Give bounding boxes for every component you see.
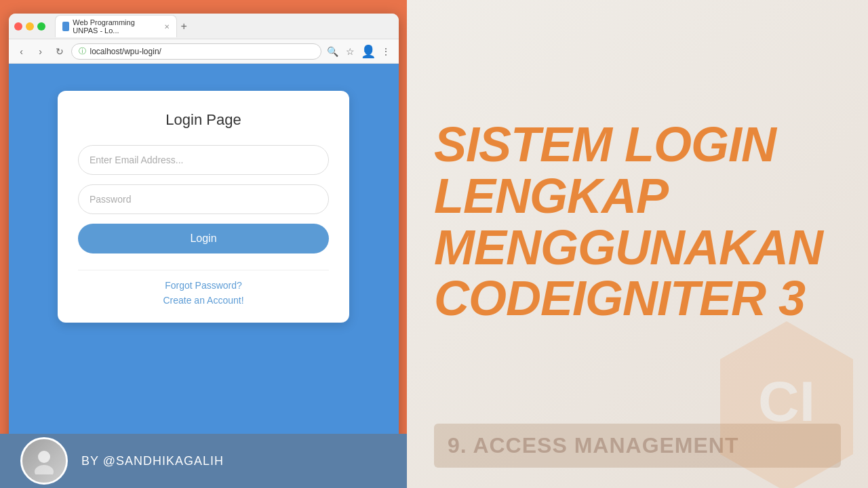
svg-point-0 <box>38 451 50 463</box>
heading-line-2: LENGKAP <box>434 171 841 222</box>
email-input[interactable] <box>78 145 329 175</box>
tab-favicon <box>62 22 70 31</box>
login-links: Forgot Password? Create an Account! <box>78 280 329 306</box>
tab-close-icon[interactable]: ✕ <box>164 23 170 30</box>
left-panel: Web Programming UNPAS - Lo... ✕ + ‹ › ↻ … <box>0 0 407 488</box>
back-button[interactable]: ‹ <box>14 44 29 59</box>
nav-extra: 🔍 ☆ 👤 ⋮ <box>326 44 393 59</box>
svg-point-1 <box>35 465 54 474</box>
minimize-button[interactable] <box>26 22 34 30</box>
refresh-button[interactable]: ↻ <box>52 44 67 59</box>
active-tab[interactable]: Web Programming UNPAS - Lo... ✕ <box>55 15 177 37</box>
login-title: Login Page <box>78 111 329 129</box>
close-button[interactable] <box>14 22 22 30</box>
heading-line-3: MENGGUNAKAN <box>434 222 841 274</box>
tab-title: Web Programming UNPAS - Lo... <box>73 18 157 35</box>
bookmark-icon[interactable]: ☆ <box>343 44 358 59</box>
url-text: localhost/wpu-login/ <box>90 47 161 56</box>
page-layout: Web Programming UNPAS - Lo... ✕ + ‹ › ↻ … <box>0 0 868 488</box>
lock-icon: ⓘ <box>79 46 86 56</box>
svg-text:CI: CI <box>758 369 815 433</box>
heading-line-1: SISTEM LOGIN <box>434 119 841 171</box>
browser-window: Web Programming UNPAS - Lo... ✕ + ‹ › ↻ … <box>9 14 399 447</box>
maximize-button[interactable] <box>37 22 45 30</box>
tab-bar: Web Programming UNPAS - Lo... ✕ + <box>55 15 393 37</box>
byline-text: BY @SANDHIKAGALIH <box>81 454 224 468</box>
browser-navbar: ‹ › ↻ ⓘ localhost/wpu-login/ 🔍 ☆ 👤 ⋮ <box>9 39 399 64</box>
profile-icon[interactable]: 👤 <box>361 44 376 59</box>
new-tab-button[interactable]: + <box>181 20 187 33</box>
login-button[interactable]: Login <box>78 224 329 253</box>
watermark-icon: CI <box>692 312 868 488</box>
login-card: Login Page Login Forgot Password? Create… <box>58 91 349 323</box>
traffic-lights <box>14 22 45 30</box>
browser-content: Login Page Login Forgot Password? Create… <box>9 64 399 447</box>
forward-button[interactable]: › <box>33 44 48 59</box>
right-panel: CI SISTEM LOGIN LENGKAP MENGGUNAKAN CODE… <box>407 0 868 488</box>
zoom-icon[interactable]: 🔍 <box>326 44 340 59</box>
menu-icon[interactable]: ⋮ <box>378 44 393 59</box>
divider <box>78 270 329 270</box>
browser-titlebar: Web Programming UNPAS - Lo... ✕ + <box>9 14 399 39</box>
address-bar[interactable]: ⓘ localhost/wpu-login/ <box>71 43 321 60</box>
avatar <box>20 437 68 485</box>
create-account-link[interactable]: Create an Account! <box>163 295 243 306</box>
forgot-password-link[interactable]: Forgot Password? <box>165 280 242 291</box>
avatar-placeholder <box>22 439 66 483</box>
bottom-bar: BY @SANDHIKAGALIH <box>0 434 407 488</box>
password-input[interactable] <box>78 184 329 214</box>
